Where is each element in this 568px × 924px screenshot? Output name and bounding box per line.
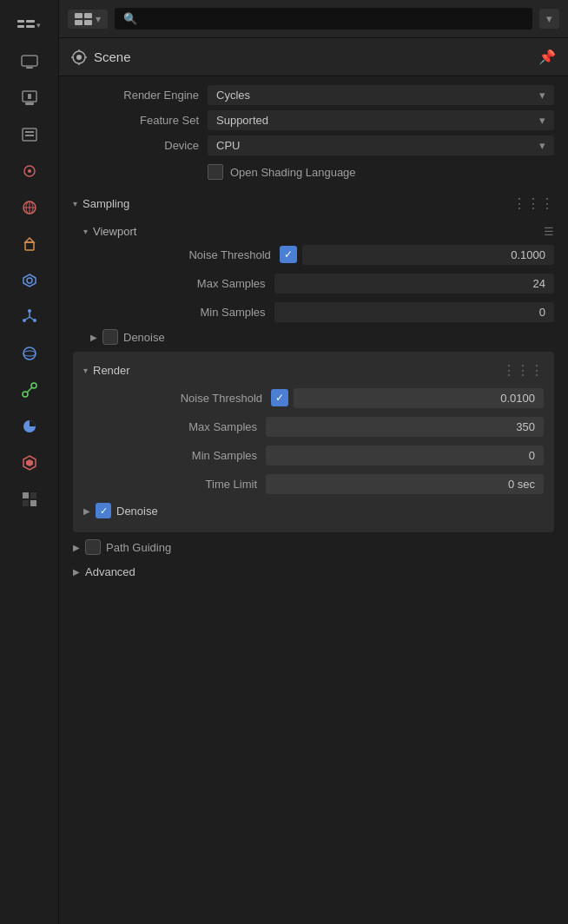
scene-label: Scene — [94, 50, 131, 64]
svg-rect-39 — [75, 13, 83, 18]
viewport-denoise-checkbox[interactable] — [102, 329, 118, 345]
svg-rect-35 — [23, 492, 29, 498]
viewport-min-samples-value[interactable]: 0 — [274, 302, 554, 322]
path-guiding-row[interactable]: ▶ Path Guiding — [73, 539, 554, 555]
sidebar-icon-checkerboard[interactable] — [13, 483, 46, 516]
svg-rect-10 — [25, 131, 34, 133]
sidebar-icon-object[interactable] — [13, 228, 46, 261]
osl-row: Open Shading Language — [73, 161, 554, 183]
svg-point-13 — [28, 169, 31, 173]
device-dropdown[interactable]: CPU ▾ — [208, 135, 554, 155]
scene-icon — [71, 50, 87, 65]
scene-title: Scene — [71, 50, 131, 65]
sidebar: ▾ — [0, 0, 59, 924]
render-time-limit-label: Time Limit — [83, 478, 266, 491]
sidebar-icon-constraints[interactable] — [13, 373, 46, 406]
render-denoise-chevron: ▶ — [83, 506, 90, 516]
osl-checkbox[interactable] — [208, 164, 223, 180]
svg-rect-37 — [23, 500, 29, 506]
viewport-header[interactable]: ▾ Viewport ☰ — [83, 221, 554, 242]
svg-rect-8 — [28, 94, 31, 99]
osl-label: Open Shading Language — [230, 166, 356, 179]
advanced-section-header[interactable]: ▶ Advanced — [73, 560, 554, 584]
render-max-samples-value[interactable]: 350 — [266, 417, 544, 437]
viewport-label: Viewport — [93, 225, 136, 238]
viewport-min-samples-label: Min Samples — [90, 306, 274, 319]
topbar: ▾ ▾ — [59, 0, 568, 38]
sampling-section-title: ▾ Sampling — [73, 197, 129, 210]
advanced-section-title: ▶ Advanced — [73, 565, 135, 578]
svg-rect-38 — [30, 500, 36, 506]
svg-point-44 — [76, 55, 82, 60]
render-max-samples-row: Max Samples 350 — [83, 414, 544, 439]
svg-rect-4 — [22, 56, 37, 66]
device-row: Device CPU ▾ — [73, 135, 554, 155]
svg-line-31 — [27, 387, 32, 393]
render-engine-arrow: ▾ — [539, 89, 545, 102]
topbar-dropdown-arrow: ▾ — [96, 13, 101, 25]
viewport-max-samples-value[interactable]: 24 — [274, 274, 554, 294]
properties-panel: Render Engine Cycles ▾ Feature Set Suppo… — [59, 76, 568, 924]
render-noise-threshold-value[interactable]: 0.0100 — [294, 388, 544, 408]
sidebar-icon-modifier[interactable] — [13, 264, 46, 297]
feature-set-dropdown[interactable]: Supported ▾ — [208, 110, 554, 130]
sidebar-icon-physics[interactable] — [13, 337, 46, 370]
sidebar-icon-data[interactable] — [13, 410, 46, 443]
render-engine-label: Render Engine — [73, 89, 208, 102]
render-min-samples-value[interactable]: 0 — [266, 446, 544, 465]
render-max-samples-label: Max Samples — [83, 420, 266, 433]
pin-icon[interactable]: 📌 — [538, 49, 556, 65]
render-subsection-dots[interactable]: ⋮⋮⋮ — [502, 362, 544, 379]
sidebar-icon-particles[interactable] — [13, 300, 46, 333]
sidebar-icon-viewlayer[interactable] — [13, 118, 46, 151]
render-min-samples-row: Min Samples 0 — [83, 443, 544, 467]
viewport-noise-threshold-checkbox[interactable]: ✓ — [280, 246, 297, 263]
viewport-denoise-row[interactable]: ▶ Denoise — [90, 329, 554, 345]
svg-point-28 — [23, 351, 36, 356]
svg-rect-42 — [84, 20, 92, 25]
render-denoise-row[interactable]: ▶ ✓ Denoise — [83, 503, 544, 518]
render-noise-threshold-label: Noise Threshold — [83, 392, 271, 405]
viewport-noise-threshold-value[interactable]: 0.1000 — [302, 245, 554, 265]
sidebar-icon-world[interactable] — [13, 191, 46, 224]
render-subsection-label: Render — [93, 364, 130, 377]
device-label: Device — [73, 139, 208, 152]
render-subsection-header[interactable]: ▾ Render ⋮⋮⋮ — [83, 359, 544, 386]
sampling-section-header[interactable]: ▾ Sampling ⋮⋮⋮ — [73, 190, 554, 217]
render-min-samples-label: Min Samples — [83, 449, 266, 462]
main-panel: ▾ ▾ Scene 📌 Render Engine Cycles — [59, 0, 568, 924]
svg-rect-11 — [25, 135, 34, 136]
viewport-min-samples-row: Min Samples 0 — [90, 300, 554, 324]
viewport-list-icon[interactable]: ☰ — [544, 225, 554, 238]
sidebar-icon-output[interactable] — [13, 82, 46, 115]
sampling-dots-icon[interactable]: ⋮⋮⋮ — [512, 195, 554, 212]
svg-rect-41 — [84, 13, 92, 18]
render-time-limit-value[interactable]: 0 sec — [266, 474, 544, 494]
sidebar-icon-material[interactable] — [13, 446, 46, 479]
device-value: CPU — [216, 139, 240, 152]
sidebar-icon-scene[interactable] — [13, 155, 46, 188]
viewport-denoise-label: Denoise — [123, 331, 165, 344]
render-time-limit-row: Time Limit 0 sec — [83, 472, 544, 496]
sidebar-icon-render[interactable] — [13, 45, 46, 78]
render-subsection: ▾ Render ⋮⋮⋮ Noise Threshold ✓ 0.0100 Ma… — [73, 352, 554, 532]
svg-point-20 — [27, 278, 32, 283]
svg-point-24 — [28, 309, 31, 313]
path-guiding-checkbox[interactable] — [85, 539, 101, 555]
layout-toggle-button[interactable]: ▾ — [68, 10, 108, 29]
topbar-menu-button[interactable]: ▾ — [539, 9, 559, 29]
render-noise-threshold-checkbox[interactable]: ✓ — [271, 389, 288, 406]
viewport-noise-threshold-row: Noise Threshold ✓ 0.1000 — [90, 242, 554, 267]
render-noise-threshold-row: Noise Threshold ✓ 0.0100 — [83, 386, 544, 410]
svg-point-26 — [23, 319, 26, 322]
feature-set-arrow: ▾ — [539, 114, 545, 127]
viewport-subsection: ▾ Viewport ☰ Noise Threshold ✓ 0.1000 Ma… — [83, 221, 554, 345]
render-engine-dropdown[interactable]: Cycles ▾ — [208, 85, 554, 105]
svg-marker-34 — [26, 459, 33, 466]
sidebar-icon-tools[interactable]: ▾ — [13, 9, 46, 42]
svg-rect-3 — [26, 25, 35, 28]
search-input[interactable] — [115, 8, 532, 30]
viewport-max-samples-row: Max Samples 24 — [90, 271, 554, 295]
render-denoise-checkbox[interactable]: ✓ — [96, 503, 111, 518]
advanced-chevron: ▶ — [73, 567, 80, 577]
